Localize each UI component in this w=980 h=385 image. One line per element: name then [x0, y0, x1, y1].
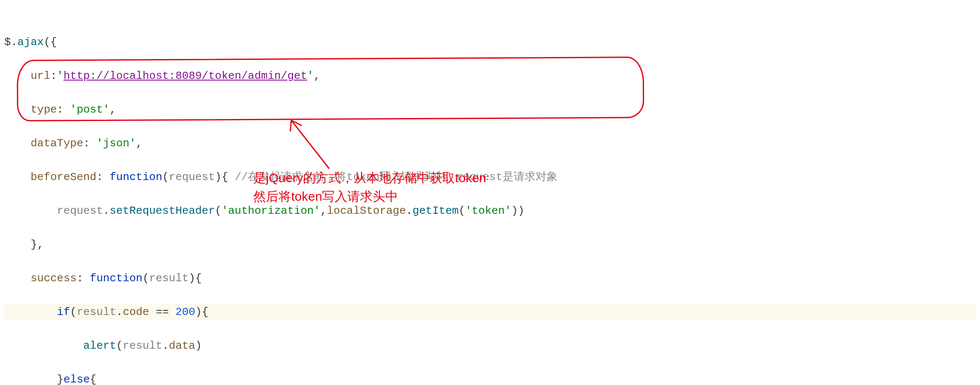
tok: 'post'	[70, 103, 110, 116]
tok: $.	[4, 36, 17, 48]
tok: result	[77, 306, 116, 318]
code-line-highlight: if(result.code == 200){	[4, 304, 976, 320]
tok: request	[169, 171, 215, 183]
tok: if	[57, 306, 70, 318]
tok: :	[96, 171, 109, 183]
tok: 'authorization'	[222, 205, 320, 217]
tok: :	[77, 272, 90, 285]
tok: ){	[215, 171, 235, 183]
code-line: $.ajax({	[4, 34, 976, 51]
tok: dataType	[30, 137, 83, 150]
tok: '	[57, 70, 64, 82]
tok: .	[162, 339, 169, 352]
code-line: alert(result.data)	[4, 337, 976, 354]
code-line: dataType: 'json',	[4, 135, 976, 152]
tok: .	[116, 306, 123, 318]
tok: .	[103, 205, 110, 217]
tok: )	[195, 339, 202, 352]
tok: url	[30, 70, 50, 82]
tok: ,	[314, 70, 320, 82]
tok: ajax	[17, 36, 43, 48]
tok: function	[110, 171, 162, 183]
tok: },	[4, 238, 44, 251]
tok: :	[57, 103, 70, 116]
tok: (	[162, 171, 169, 183]
tok: result	[149, 272, 189, 285]
tok: ){	[195, 306, 208, 318]
tok: function	[90, 272, 143, 285]
tok: {	[90, 373, 97, 385]
tok: result	[123, 339, 162, 352]
tok: alert	[83, 339, 116, 352]
code-line: success: function(result){	[4, 270, 976, 287]
tok	[4, 171, 30, 183]
tok: ==	[149, 306, 175, 318]
tok: }	[4, 373, 63, 385]
tok: ({	[44, 36, 57, 48]
tok: ,	[136, 137, 143, 150]
tok: code	[123, 306, 149, 318]
url-literal: http://localhost:8089/token/admin/get	[63, 70, 307, 82]
tok: .	[406, 205, 413, 217]
tok: else	[63, 373, 89, 385]
code-line: beforeSend: function(request){ //在发起请求之前…	[4, 169, 976, 186]
tok: '	[307, 70, 314, 82]
tok	[4, 137, 30, 150]
tok	[4, 272, 30, 285]
tok: (	[459, 205, 466, 217]
tok: ,	[320, 205, 327, 217]
code-line: }else{	[4, 371, 976, 385]
tok: (	[116, 339, 123, 352]
tok	[4, 306, 57, 318]
tok	[4, 205, 57, 217]
tok	[4, 103, 30, 116]
tok: (	[70, 306, 77, 318]
tok: (	[215, 205, 222, 217]
comment: //在发起请求之前，将token写入请求头中，request是请求对象	[235, 171, 557, 183]
code-editor: $.ajax({ url:'http://localhost:8089/toke…	[0, 0, 980, 385]
tok: ))	[511, 205, 524, 217]
tok: success	[30, 272, 76, 285]
tok: request	[57, 205, 103, 217]
tok: :	[83, 137, 96, 150]
tok	[4, 70, 30, 82]
tok: data	[169, 339, 195, 352]
tok: 200	[176, 306, 195, 318]
tok: :	[50, 70, 57, 82]
code-line: request.setRequestHeader('authorization'…	[4, 202, 976, 219]
tok: getItem	[412, 205, 458, 217]
tok: (	[143, 272, 149, 285]
tok	[4, 339, 83, 352]
code-line: type: 'post',	[4, 101, 976, 118]
tok: ){	[189, 272, 202, 285]
tok: 'token'	[465, 205, 511, 217]
tok: type	[30, 103, 57, 116]
tok: setRequestHeader	[110, 205, 215, 217]
code-line: url:'http://localhost:8089/token/admin/g…	[4, 67, 976, 84]
tok: ,	[110, 103, 116, 116]
tok: localStorage	[327, 205, 406, 217]
tok: 'json'	[96, 137, 136, 150]
tok: beforeSend	[30, 171, 96, 183]
code-line: },	[4, 236, 976, 253]
